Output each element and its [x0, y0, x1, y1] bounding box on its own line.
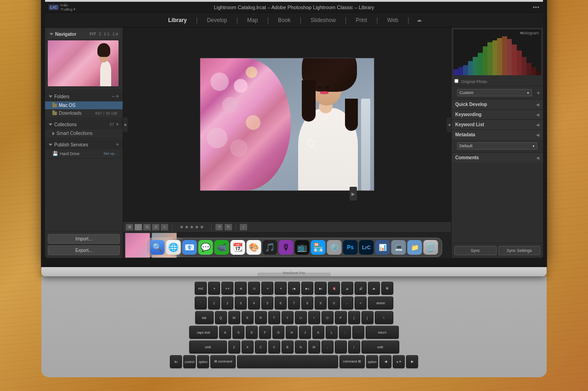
dock-app15[interactable]: 📊 — [375, 240, 390, 255]
key-f10[interactable]: 🔇 — [328, 282, 340, 295]
dock-lightroom[interactable]: LrC — [359, 240, 374, 255]
star-5[interactable]: ★ — [200, 224, 204, 229]
key-5[interactable]: 5 — [261, 296, 273, 309]
key-f[interactable]: F — [259, 326, 271, 339]
key-u[interactable]: U — [295, 311, 307, 324]
key-y[interactable]: Y — [282, 311, 294, 324]
zoom-1to1[interactable]: 1:1 — [104, 32, 110, 36]
dock-app16[interactable]: 💻 — [391, 240, 406, 255]
folders-plus-btn[interactable]: + — [116, 93, 119, 100]
key-shift-left[interactable]: shift — [189, 341, 227, 353]
export-button[interactable]: Export... — [48, 246, 120, 255]
key-r[interactable]: R — [255, 311, 267, 324]
key-fn[interactable]: fn — [170, 355, 182, 368]
module-print[interactable]: Print — [354, 16, 369, 24]
key-space[interactable] — [237, 355, 338, 368]
key-x[interactable]: X — [242, 341, 254, 353]
key-n[interactable]: N — [295, 341, 307, 353]
key-b[interactable]: B — [282, 341, 294, 353]
key-k[interactable]: K — [312, 326, 324, 339]
key-comma[interactable]: , — [322, 341, 334, 353]
key-f12[interactable]: 🔊 — [355, 282, 367, 295]
star-2[interactable]: ★ — [185, 224, 189, 229]
key-2[interactable]: 2 — [221, 296, 233, 309]
module-map[interactable]: Map — [245, 16, 260, 24]
key-capslock[interactable]: caps lock — [189, 326, 218, 339]
navigator-header[interactable]: Navigator FIT 2 1:1 1:4 — [48, 29, 120, 39]
dock-appstore[interactable]: 🏪 — [311, 240, 326, 255]
key-slash[interactable]: / — [348, 341, 360, 353]
keyword-list-header[interactable]: Keyword List ◀ — [452, 120, 543, 129]
key-equals[interactable]: = — [355, 296, 367, 309]
zoom-1to4[interactable]: 1:4 — [112, 32, 118, 36]
rotate-left-icon[interactable]: ↺ — [215, 224, 223, 230]
key-7[interactable]: 7 — [288, 296, 300, 309]
key-backslash[interactable]: \ — [375, 311, 393, 324]
sync-settings-button[interactable]: Sync Settings — [498, 246, 541, 255]
key-h[interactable]: H — [286, 326, 298, 339]
quick-develop-header[interactable]: Quick Develop ◀ — [452, 100, 543, 109]
key-power[interactable]: ⏻ — [381, 282, 393, 295]
star-1[interactable]: ★ — [180, 224, 184, 229]
key-f5[interactable]: ☀ — [261, 282, 273, 295]
key-f1[interactable]: ☀ — [208, 282, 220, 295]
key-control[interactable]: control — [183, 355, 196, 368]
key-arrow-left[interactable]: ◀ — [379, 355, 391, 368]
key-l[interactable]: L — [326, 326, 338, 339]
keywording-header[interactable]: Keywording ◀ — [452, 110, 543, 119]
key-g[interactable]: G — [272, 326, 284, 339]
sync-button[interactable]: Sync — [454, 246, 497, 255]
dock-mail[interactable]: 📧 — [182, 240, 197, 255]
star-4[interactable]: ★ — [195, 224, 199, 229]
key-1[interactable]: 1 — [208, 296, 220, 309]
smart-collections[interactable]: Smart Collections — [45, 129, 123, 137]
module-web[interactable]: Web — [385, 16, 400, 24]
key-arrow-right[interactable]: ▶ — [406, 355, 418, 368]
dock-calendar[interactable]: 📆 — [231, 240, 245, 255]
dock-podcasts[interactable]: 🎙 — [279, 240, 294, 255]
key-shift-right[interactable]: shift — [362, 341, 399, 353]
folders-minus-btn[interactable]: − — [112, 93, 115, 100]
key-minus[interactable]: - — [341, 296, 353, 309]
dock-music[interactable]: 🎵 — [263, 240, 277, 255]
publish-plus-btn[interactable]: + — [116, 141, 119, 148]
import-button[interactable]: Import... — [48, 234, 120, 244]
collections-header[interactable]: Collections 37 + — [45, 119, 123, 129]
key-arrow-updown[interactable]: ▲▼ — [393, 355, 405, 368]
key-open-bracket[interactable]: [ — [348, 311, 360, 324]
key-9[interactable]: 9 — [315, 296, 327, 309]
key-3[interactable]: 3 — [235, 296, 247, 309]
comments-header[interactable]: Comments ◀ — [452, 153, 543, 162]
key-i[interactable]: I — [308, 311, 320, 324]
dock-photos[interactable]: 🎨 — [247, 240, 261, 255]
compare-view-icon[interactable]: ⊟ — [143, 224, 151, 230]
module-book[interactable]: Book — [276, 16, 292, 24]
folders-header[interactable]: Folders − + — [45, 91, 123, 101]
key-f9[interactable]: ▶| — [315, 282, 327, 295]
rotate-right-icon[interactable]: ↻ — [225, 224, 232, 230]
key-delete[interactable]: delete — [368, 296, 393, 309]
key-period[interactable]: . — [335, 341, 347, 353]
people-view-icon[interactable]: ☺ — [161, 224, 168, 230]
key-f8[interactable]: ▶|| — [301, 282, 313, 295]
original-photo-checkbox[interactable] — [454, 79, 458, 83]
key-8[interactable]: 8 — [301, 296, 313, 309]
key-0[interactable]: 0 — [328, 296, 340, 309]
dock-messages[interactable]: 💬 — [198, 240, 213, 255]
key-o[interactable]: O — [322, 311, 334, 324]
develop-preset-select[interactable]: Custom ▼ — [457, 89, 532, 96]
module-slideshow[interactable]: Slideshow — [309, 16, 338, 24]
key-return[interactable]: return — [366, 326, 399, 339]
module-library[interactable]: Library — [166, 16, 189, 24]
module-develop[interactable]: Develop — [205, 16, 229, 24]
publish-harddrive[interactable]: 💾 Hard Drive Set up... — [45, 150, 123, 157]
key-option-right[interactable]: option — [366, 355, 378, 368]
key-f6[interactable]: ☀ — [275, 282, 287, 295]
zoom-2[interactable]: 2 — [99, 32, 101, 36]
key-command-right[interactable]: command ⌘ — [339, 355, 365, 368]
dock-trash[interactable]: 🗑️ — [424, 240, 438, 255]
key-j[interactable]: J — [299, 326, 311, 339]
key-p[interactable]: P — [335, 311, 347, 324]
key-option-left[interactable]: option — [197, 355, 209, 368]
key-6[interactable]: 6 — [275, 296, 287, 309]
